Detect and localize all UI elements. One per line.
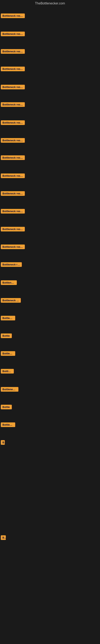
bottleneck-badge[interactable]: Bottlenec bbox=[1, 422, 15, 427]
bottleneck-badge[interactable]: Bottleneck result bbox=[1, 14, 25, 18]
bottleneck-item: Bottlenec bbox=[0, 314, 100, 322]
bottleneck-badge[interactable]: Bottleneck result bbox=[1, 66, 25, 71]
bottleneck-badge[interactable]: Bottleneck result bbox=[1, 174, 25, 178]
site-title: TheBottlenecker.com bbox=[0, 0, 100, 7]
bottleneck-badge[interactable]: Bottlenec bbox=[1, 351, 15, 356]
bottleneck-item: Bottleneck result bbox=[0, 66, 100, 72]
bottleneck-badge[interactable]: Bottleneck bbox=[1, 280, 17, 285]
bottleneck-item: Bottle bbox=[0, 332, 100, 339]
bottleneck-item: Bo bbox=[0, 534, 100, 541]
bottleneck-item: Bottleneck bbox=[0, 279, 100, 286]
bottleneck-badge[interactable]: Bottleneck result bbox=[1, 85, 25, 89]
bottleneck-item: Bottleneck result bbox=[0, 190, 100, 197]
bottleneck-item: Bottlene bbox=[0, 368, 100, 375]
bottleneck-badge[interactable]: Bottleneck result bbox=[1, 244, 25, 249]
bottleneck-badge[interactable]: Bottleneck result bbox=[1, 138, 25, 143]
bottleneck-item: Bottleneck result bbox=[0, 12, 100, 19]
bottleneck-badge[interactable]: Bottleneck res bbox=[1, 298, 21, 303]
bottleneck-item: Bottlenec bbox=[0, 350, 100, 357]
bottleneck-item: Bottleneck r bbox=[0, 386, 100, 393]
bottleneck-item: Bottleneck result bbox=[0, 119, 100, 126]
bottleneck-badge[interactable]: Bottleneck result bbox=[1, 120, 25, 125]
bottleneck-item: Bottleneck result bbox=[0, 101, 100, 108]
bottleneck-badge[interactable]: Bo bbox=[1, 535, 6, 540]
bottleneck-item: Bottleneck result bbox=[0, 243, 100, 250]
bottleneck-item: Bottleneck result bbox=[0, 208, 100, 215]
bottleneck-item: Bottleneck resu bbox=[0, 261, 100, 268]
bottleneck-item: Bottleneck result bbox=[0, 172, 100, 179]
bottleneck-badge[interactable]: B bbox=[1, 440, 5, 445]
bottleneck-badge[interactable]: Bottle bbox=[1, 405, 12, 409]
bottleneck-item: Bottle bbox=[0, 404, 100, 410]
bottleneck-badge[interactable]: Bottle bbox=[1, 334, 12, 338]
bottleneck-badge[interactable]: Bottleneck result bbox=[1, 32, 25, 36]
bottleneck-badge[interactable]: Bottleneck result bbox=[1, 49, 25, 54]
bottleneck-item: Bottleneck result bbox=[0, 226, 100, 233]
bottleneck-badge[interactable]: Bottleneck result bbox=[1, 102, 25, 107]
bottleneck-item: Bottleneck result bbox=[0, 30, 100, 38]
bottleneck-item: Bottleneck result bbox=[0, 137, 100, 144]
bottleneck-badge[interactable]: Bottleneck resu bbox=[1, 262, 22, 267]
bottleneck-item: Bottleneck result bbox=[0, 154, 100, 161]
bottleneck-badge[interactable]: Bottleneck result bbox=[1, 155, 25, 160]
bottleneck-item: B bbox=[0, 439, 100, 446]
bottleneck-badge[interactable]: Bottleneck r bbox=[1, 387, 18, 392]
bottleneck-item: Bottlenec bbox=[0, 421, 100, 428]
bottleneck-badge[interactable]: Bottlene bbox=[1, 369, 14, 374]
bottleneck-badge[interactable]: Bottleneck result bbox=[1, 209, 25, 214]
bottleneck-item: Bottleneck result bbox=[0, 48, 100, 55]
bottleneck-item: Bottleneck result bbox=[0, 84, 100, 90]
bottleneck-badge[interactable]: Bottleneck result bbox=[1, 227, 25, 232]
bottleneck-badge[interactable]: Bottleneck result bbox=[1, 191, 25, 196]
bottleneck-badge[interactable]: Bottlenec bbox=[1, 316, 15, 320]
bottleneck-item: Bottleneck res bbox=[0, 297, 100, 304]
